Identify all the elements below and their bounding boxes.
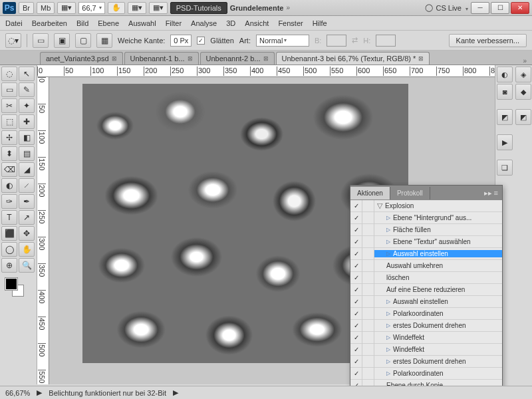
antialias-checkbox[interactable]: ✓ xyxy=(197,37,205,45)
tool-button[interactable]: 🔍 xyxy=(19,258,35,273)
close-button[interactable]: ✕ xyxy=(511,2,529,14)
tool-button[interactable]: ↗ xyxy=(19,210,35,225)
menu-auswahl[interactable]: Auswahl xyxy=(128,19,156,27)
document-tab[interactable]: Unbenannt-3 bei 66,7% (Textur, RGB/8) *⊠ xyxy=(276,52,430,65)
tool-button[interactable]: ⟋ xyxy=(19,178,35,193)
marquee-sub-icon[interactable]: ▢ xyxy=(75,33,91,48)
panel-color-icon[interactable]: ◐ xyxy=(497,66,513,82)
fg-color-swatch[interactable] xyxy=(5,278,17,290)
tool-button[interactable]: ⌫ xyxy=(1,162,17,177)
tool-button[interactable]: ▭ xyxy=(1,82,17,97)
tab-close-icon[interactable]: ⊠ xyxy=(418,55,424,62)
tab-close-icon[interactable]: ⊠ xyxy=(112,55,117,62)
tool-button[interactable]: ⬍ xyxy=(1,146,17,161)
document-tab[interactable]: Unbenannt-2 b...⊠ xyxy=(200,52,275,65)
menu-hilfe[interactable]: Hilfe xyxy=(313,19,327,27)
tool-button[interactable]: ✒ xyxy=(19,194,35,209)
menu-analyse[interactable]: Analyse xyxy=(191,19,217,27)
action-step[interactable]: ▷ erstes Dokument drehen xyxy=(374,358,502,365)
action-step[interactable]: ▷ Fläche füllen xyxy=(374,226,502,233)
tabs-overflow-icon[interactable]: » xyxy=(517,57,532,65)
menu-fenster[interactable]: Fenster xyxy=(278,19,303,27)
action-set[interactable]: ▽ Explosion xyxy=(374,201,502,210)
panel-adjust-icon[interactable]: ◙ xyxy=(497,84,513,100)
arrange-button[interactable]: ▦▾ xyxy=(128,2,146,14)
tool-button[interactable]: T xyxy=(1,210,17,225)
menu-bild[interactable]: Bild xyxy=(76,19,88,27)
tool-button[interactable]: ◧ xyxy=(19,130,35,145)
actions-list[interactable]: ✓▽ Explosion✓▷ Ebene "Hintergrund" aus..… xyxy=(350,200,502,399)
tool-button[interactable]: ◌ xyxy=(1,66,17,81)
psd-tutorials-badge[interactable]: PSD-Tutorials xyxy=(170,2,227,14)
action-step[interactable]: ▷ Auswahl einstellen xyxy=(374,250,502,257)
action-step[interactable]: ▷ Ebene "Textur" auswählen xyxy=(374,238,502,245)
panel-char-icon[interactable]: ◩ xyxy=(515,109,531,125)
tool-button[interactable]: ⬚ xyxy=(1,114,17,129)
panel-nav-icon[interactable]: ◩ xyxy=(497,109,513,125)
zoom-select[interactable]: 66,7 xyxy=(78,2,104,14)
panel-styles-icon[interactable]: ◆ xyxy=(515,84,531,100)
menu-ansicht[interactable]: Ansicht xyxy=(245,19,269,27)
action-step[interactable]: ▷ Windeffekt xyxy=(374,334,502,341)
action-step[interactable]: Auf eine Ebene reduzieren xyxy=(374,286,502,293)
action-step[interactable]: ▷ Polarkoordinaten xyxy=(374,310,502,317)
panel-swatch-icon[interactable]: ◈ xyxy=(515,66,531,82)
cslive-label[interactable]: CS Live xyxy=(436,4,462,12)
menu-datei[interactable]: Datei xyxy=(5,19,23,27)
panel-layers-icon[interactable]: ❏ xyxy=(497,160,513,176)
tool-button[interactable]: ✢ xyxy=(1,130,17,145)
menu-bearbeiten[interactable]: Bearbeiten xyxy=(32,19,67,27)
action-step[interactable]: ▷ Polarkoordinaten xyxy=(374,370,502,377)
tool-button[interactable]: ⊕ xyxy=(1,258,17,273)
extras-button[interactable]: ▦▾ xyxy=(149,2,168,14)
cslive-icon[interactable]: ◯ xyxy=(425,3,433,12)
marquee-add-icon[interactable]: ▣ xyxy=(54,33,70,48)
minibridge-button[interactable]: Mb xyxy=(37,2,55,14)
tool-button[interactable]: ✦ xyxy=(19,98,35,113)
tool-button[interactable]: ✚ xyxy=(19,114,35,129)
style-select[interactable]: Normal xyxy=(256,35,309,47)
active-tool-icon[interactable]: ◌▾ xyxy=(5,33,21,48)
tool-button[interactable]: ⬛ xyxy=(1,226,17,241)
minimize-button[interactable]: ─ xyxy=(471,2,489,14)
tab-aktionen[interactable]: Aktionen xyxy=(350,187,390,200)
hand-tool-button[interactable]: ✋ xyxy=(108,2,125,14)
refine-edge-button[interactable]: Kante verbessern... xyxy=(449,34,527,47)
tool-button[interactable]: ✂ xyxy=(1,98,17,113)
status-arrow-icon[interactable]: ▶ xyxy=(37,388,42,397)
tool-button[interactable]: ◐ xyxy=(1,178,17,193)
status-arrow2-icon[interactable]: ▶ xyxy=(173,388,178,397)
action-step[interactable]: ▷ Windeffekt xyxy=(374,346,502,353)
maximize-button[interactable]: ☐ xyxy=(491,2,509,14)
marquee-rect-icon[interactable]: ▭ xyxy=(33,33,49,48)
menu-filter[interactable]: Filter xyxy=(166,19,182,27)
menu-3d[interactable]: 3D xyxy=(226,19,235,27)
action-step[interactable]: ▷ Ebene "Hintergrund" aus... xyxy=(374,214,502,221)
marquee-int-icon[interactable]: ▦ xyxy=(96,33,112,48)
tool-button[interactable]: ◯ xyxy=(1,242,17,257)
tool-button[interactable]: ✥ xyxy=(19,226,35,241)
actions-panel-menu-icon[interactable]: ▸▸ ≡ xyxy=(480,189,502,198)
document-tab[interactable]: anet_Variante3.psd⊠ xyxy=(40,52,123,65)
tab-protokoll[interactable]: Protokoll xyxy=(390,187,430,200)
action-step[interactable]: löschen xyxy=(374,274,502,281)
tool-button[interactable]: ◢ xyxy=(19,162,35,177)
bridge-button[interactable]: Br xyxy=(19,2,34,14)
action-step[interactable]: Auswahl umkehren xyxy=(374,262,502,269)
tool-button[interactable]: ✑ xyxy=(1,194,17,209)
tool-button[interactable]: ↖ xyxy=(19,66,35,81)
feather-field[interactable]: 0 Px xyxy=(170,35,192,47)
workspace-label[interactable]: Grundelemente xyxy=(230,4,284,12)
tool-button[interactable]: ✋ xyxy=(19,242,35,257)
workspace-more-icon[interactable]: » xyxy=(286,4,290,11)
status-zoom[interactable]: 66,67% xyxy=(5,389,30,397)
screen-mode-button[interactable]: ▦▾ xyxy=(57,2,76,14)
panel-play-icon[interactable]: ▶ xyxy=(497,134,513,150)
menu-ebene[interactable]: Ebene xyxy=(98,19,119,27)
tool-button[interactable]: ▤ xyxy=(19,146,35,161)
document-tab[interactable]: Unbenannt-1 b...⊠ xyxy=(124,52,199,65)
tool-button[interactable]: ✎ xyxy=(19,82,35,97)
tab-close-icon[interactable]: ⊠ xyxy=(188,55,193,62)
action-step[interactable]: ▷ Auswahl einstellen xyxy=(374,298,502,305)
action-step[interactable]: ▷ erstes Dokument drehen xyxy=(374,322,502,329)
